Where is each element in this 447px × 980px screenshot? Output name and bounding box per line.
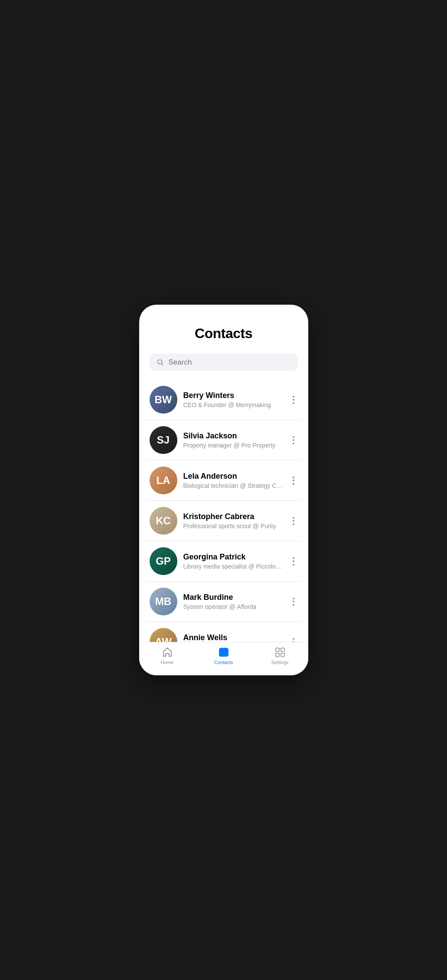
- svg-rect-6: [281, 653, 284, 657]
- contact-name: Mark Burdine: [183, 593, 283, 602]
- settings-nav-label: Settings: [271, 660, 289, 665]
- contact-info: Silvia Jackson Property manager @ Pro Pr…: [183, 431, 283, 449]
- search-input[interactable]: [169, 358, 291, 367]
- avatar: BW: [150, 386, 177, 414]
- avatar: KC: [150, 507, 177, 535]
- nav-item-home[interactable]: Home: [150, 647, 185, 665]
- contact-name: Berry Winters: [183, 391, 283, 400]
- bottom-nav: Home Contacts: [139, 642, 308, 675]
- contact-info: Mark Burdine System operator @ Afforda: [183, 593, 283, 610]
- avatar: GP: [150, 547, 177, 575]
- avatar-initials: AW: [150, 628, 177, 642]
- avatar: AW: [150, 628, 177, 642]
- svg-rect-5: [276, 653, 279, 657]
- contact-item[interactable]: LA Lela Anderson Biological technician @…: [146, 460, 301, 501]
- avatar-initials: LA: [150, 467, 177, 494]
- three-dots-icon: [293, 638, 294, 642]
- more-options-button[interactable]: [289, 513, 298, 529]
- contact-name: Lela Anderson: [183, 472, 283, 481]
- contact-name: Silvia Jackson: [183, 431, 283, 441]
- settings-icon: [274, 647, 286, 658]
- contact-role: Property manager @ Pro Property: [183, 442, 283, 449]
- three-dots-icon: [293, 477, 294, 485]
- contacts-nav-label: Contacts: [214, 660, 233, 665]
- contact-info: Kristopher Cabrera Professional sports s…: [183, 512, 283, 529]
- contact-role: System operator @ Afforda: [183, 603, 283, 610]
- contact-role: Biological technician @ Strategy Consult…: [183, 482, 283, 489]
- three-dots-icon: [293, 517, 294, 525]
- page-header: Contacts: [139, 305, 308, 349]
- contact-info: Annie Wells Geologist @ Great American M…: [183, 633, 283, 642]
- home-icon: [162, 647, 173, 658]
- avatar: MB: [150, 588, 177, 615]
- contact-item[interactable]: KC Kristopher Cabrera Professional sport…: [146, 501, 301, 541]
- more-options-button[interactable]: [289, 473, 298, 488]
- contact-item[interactable]: BW Berry Winters CEO & Founder @ Merryma…: [146, 380, 301, 420]
- three-dots-icon: [293, 396, 294, 404]
- avatar: LA: [150, 467, 177, 494]
- contacts-icon: [218, 647, 229, 658]
- more-options-button[interactable]: [289, 594, 298, 609]
- avatar-initials: BW: [150, 386, 177, 414]
- search-icon: [157, 358, 164, 366]
- nav-item-contacts[interactable]: Contacts: [206, 647, 241, 665]
- contact-role: CEO & Founder @ Merrymaking: [183, 401, 283, 408]
- home-nav-label: Home: [161, 660, 173, 665]
- three-dots-icon: [293, 436, 294, 444]
- svg-point-0: [157, 360, 162, 364]
- svg-rect-3: [276, 648, 279, 651]
- search-section: [139, 349, 308, 380]
- contact-info: Lela Anderson Biological technician @ St…: [183, 472, 283, 489]
- page-title: Contacts: [150, 326, 298, 342]
- nav-item-settings[interactable]: Settings: [263, 647, 297, 665]
- three-dots-icon: [293, 557, 294, 566]
- avatar-initials: MB: [150, 588, 177, 615]
- avatar: SJ: [150, 426, 177, 454]
- contact-name: Annie Wells: [183, 633, 283, 642]
- search-bar[interactable]: [150, 354, 298, 371]
- avatar-initials: SJ: [150, 426, 177, 454]
- more-options-button[interactable]: [289, 635, 298, 642]
- avatar-initials: KC: [150, 507, 177, 535]
- svg-rect-4: [281, 648, 284, 651]
- contact-item[interactable]: MB Mark Burdine System operator @ Afford…: [146, 582, 301, 622]
- avatar-initials: GP: [150, 547, 177, 575]
- phone-shell: Contacts BW Berry Winters CEO & Founder: [139, 305, 308, 675]
- more-options-button[interactable]: [289, 554, 298, 569]
- contact-item[interactable]: SJ Silvia Jackson Property manager @ Pro…: [146, 420, 301, 460]
- contact-role: Professional sports scout @ Purity: [183, 523, 283, 529]
- contact-info: Georgina Patrick Library media specialis…: [183, 552, 283, 570]
- contact-name: Kristopher Cabrera: [183, 512, 283, 521]
- contact-name: Georgina Patrick: [183, 552, 283, 562]
- more-options-button[interactable]: [289, 433, 298, 448]
- contacts-list: BW Berry Winters CEO & Founder @ Merryma…: [139, 380, 308, 642]
- main-content: Contacts BW Berry Winters CEO & Founder: [139, 305, 308, 642]
- contact-role: Library media specialist @ Piccolo Mondo: [183, 563, 283, 570]
- contact-item[interactable]: AW Annie Wells Geologist @ Great America…: [146, 622, 301, 642]
- more-options-button[interactable]: [289, 392, 298, 408]
- contact-info: Berry Winters CEO & Founder @ Merrymakin…: [183, 391, 283, 408]
- three-dots-icon: [293, 598, 294, 606]
- contact-item[interactable]: GP Georgina Patrick Library media specia…: [146, 541, 301, 582]
